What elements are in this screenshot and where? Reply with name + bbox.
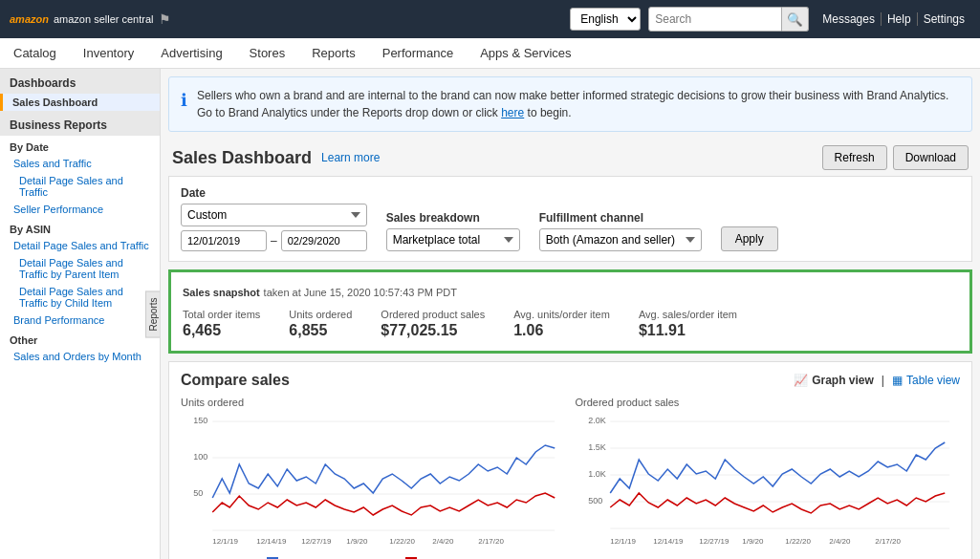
charts-area: Units ordered 150 100 50 (181, 397, 960, 546)
date-select[interactable]: Custom (181, 204, 367, 226)
metric-avg-units: Avg. units/order item 1.06 (513, 309, 610, 339)
language-select[interactable]: English (570, 8, 641, 31)
svg-text:1/22/20: 1/22/20 (389, 537, 415, 546)
nav-reports[interactable]: Reports (308, 38, 359, 68)
other-subsection: Other (0, 329, 160, 348)
sales-chart-svg: 2.0K 1.5K 1.0K 500 (576, 412, 961, 546)
graph-view-button[interactable]: 📈 Graph view (794, 374, 874, 387)
svg-text:1/9/20: 1/9/20 (742, 537, 764, 546)
settings-link[interactable]: Settings (918, 12, 970, 26)
svg-text:12/1/19: 12/1/19 (610, 537, 636, 546)
sidebar-item-sales-orders-month[interactable]: Sales and Orders by Month (0, 348, 160, 365)
svg-text:12/1/19: 12/1/19 (212, 537, 238, 546)
messages-link[interactable]: Messages (817, 12, 882, 26)
sidebar-item-sales-dashboard[interactable]: Sales Dashboard (0, 94, 160, 111)
sidebar-item-asin-detail-3[interactable]: Detail Page Sales and Traffic by Child I… (0, 283, 160, 312)
download-button[interactable]: Download (893, 145, 969, 170)
fulfillment-group: Fulfillment channel Both (Amazon and sel… (539, 211, 702, 251)
help-link[interactable]: Help (882, 12, 918, 26)
svg-text:2/17/20: 2/17/20 (875, 537, 901, 546)
nav-performance[interactable]: Performance (379, 38, 457, 68)
date-label: Date (181, 186, 367, 200)
svg-text:1/9/20: 1/9/20 (346, 537, 368, 546)
header: amazon amazon seller central ⚑ English 🔍… (0, 0, 980, 38)
business-reports-section: Business Reports (0, 111, 160, 136)
metric-total-order-items: Total order items 6,465 (183, 309, 260, 339)
date-range: – (181, 230, 367, 251)
fulfillment-label: Fulfillment channel (539, 211, 702, 225)
learn-more-link[interactable]: Learn more (321, 151, 380, 164)
date-from-input[interactable] (181, 230, 267, 251)
svg-text:12/14/19: 12/14/19 (256, 537, 287, 546)
sales-breakdown-label: Sales breakdown (386, 211, 520, 225)
svg-text:12/14/19: 12/14/19 (653, 537, 684, 546)
metric-label-3: Avg. units/order item (513, 309, 610, 320)
date-separator: – (271, 234, 277, 247)
date-to-input[interactable] (281, 230, 367, 251)
table-icon: ▦ (892, 374, 903, 387)
graph-icon: 📈 (794, 374, 808, 387)
metric-label-4: Avg. sales/order item (639, 309, 737, 320)
filters-panel: Date Custom – Sales breakdown Marketplac… (168, 176, 972, 262)
metric-value-3: 1.06 (513, 322, 610, 339)
info-banner: ℹ Sellers who own a brand and are intern… (168, 76, 972, 132)
nav-stores[interactable]: Stores (246, 38, 290, 68)
sales-chart: Ordered product sales 2.0K 1.5K 1.0K 500 (576, 397, 961, 546)
metric-value-1: 6,855 (289, 322, 352, 339)
sidebar-item-sales-traffic[interactable]: Sales and Traffic (0, 155, 160, 172)
nav-inventory[interactable]: Inventory (79, 38, 138, 68)
apply-button[interactable]: Apply (721, 226, 778, 251)
sidebar-item-asin-detail-1[interactable]: Detail Page Sales and Traffic (0, 237, 160, 254)
flag-icon: ⚑ (159, 11, 171, 27)
compare-section: Compare sales 📈 Graph view | ▦ Table vie… (168, 361, 972, 559)
metric-value-4: $11.91 (639, 322, 737, 339)
sales-chart-box: 2.0K 1.5K 1.0K 500 (576, 412, 961, 546)
svg-text:2/4/20: 2/4/20 (432, 537, 454, 546)
search-box: 🔍 (648, 7, 809, 32)
brand-analytics-link[interactable]: here (501, 106, 524, 119)
sidebar-item-seller-performance[interactable]: Seller Performance (0, 201, 160, 218)
sales-snapshot: Sales snapshot taken at June 15, 2020 10… (168, 269, 972, 354)
main-content: ℹ Sellers who own a brand and are intern… (161, 69, 980, 559)
sidebar-item-asin-detail-2[interactable]: Detail Page Sales and Traffic by Parent … (0, 254, 160, 283)
svg-text:1.5K: 1.5K (588, 442, 606, 452)
units-chart: Units ordered 150 100 50 (181, 397, 566, 546)
svg-text:2/4/20: 2/4/20 (829, 537, 851, 546)
snapshot-metrics: Total order items 6,465 Units ordered 6,… (183, 309, 958, 339)
sidebar-item-detail-page-sales[interactable]: Detail Page Sales and Traffic (0, 172, 160, 201)
units-chart-svg: 150 100 50 (181, 412, 566, 546)
nav-catalog[interactable]: Catalog (10, 38, 60, 68)
date-filter-group: Date Custom – (181, 186, 367, 251)
compare-legend: Compare What's this? ✓ Selected date ran… (181, 553, 960, 559)
dashboard-title-row: Sales Dashboard Learn more (172, 148, 380, 168)
nav-apps-services[interactable]: Apps & Services (476, 38, 575, 68)
svg-text:12/27/19: 12/27/19 (699, 537, 730, 546)
fulfillment-select[interactable]: Both (Amazon and seller) (539, 228, 702, 251)
search-input[interactable] (648, 7, 782, 32)
filter-row: Date Custom – Sales breakdown Marketplac… (181, 186, 960, 251)
metric-avg-sales: Avg. sales/order item $11.91 (639, 309, 737, 339)
metric-value-0: 6,465 (183, 322, 260, 339)
compare-title: Compare sales (181, 372, 290, 389)
search-button[interactable]: 🔍 (782, 7, 809, 32)
dashboards-section: Dashboards (0, 69, 160, 94)
metric-units-ordered: Units ordered 6,855 (289, 309, 352, 339)
snapshot-title: Sales snapshot taken at June 15, 2020 10… (183, 284, 958, 299)
sales-breakdown-select[interactable]: Marketplace total (386, 228, 520, 251)
logo-text: amazon seller central (54, 13, 154, 25)
sales-chart-label: Ordered product sales (576, 397, 961, 408)
main-layout: Dashboards Sales Dashboard Business Repo… (0, 69, 980, 559)
svg-text:1.0K: 1.0K (588, 469, 606, 479)
metric-label-0: Total order items (183, 309, 260, 320)
logo: amazon amazon seller central ⚑ (10, 11, 171, 27)
page-title: Sales Dashboard (172, 148, 312, 168)
nav-advertising[interactable]: Advertising (157, 38, 226, 68)
svg-text:500: 500 (588, 496, 602, 505)
table-view-button[interactable]: ▦ Table view (892, 374, 960, 387)
nav-bar: Catalog Inventory Advertising Stores Rep… (0, 38, 980, 69)
by-date-subsection: By Date (0, 136, 160, 155)
svg-text:2.0K: 2.0K (588, 416, 606, 425)
sidebar-item-brand-performance[interactable]: Brand Performance (0, 312, 160, 329)
refresh-button[interactable]: Refresh (822, 145, 887, 170)
reports-tab[interactable]: Reports (145, 290, 161, 337)
